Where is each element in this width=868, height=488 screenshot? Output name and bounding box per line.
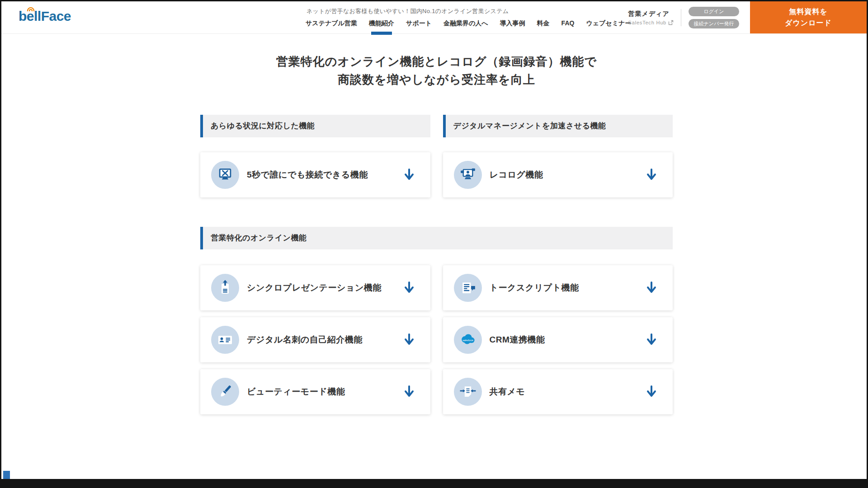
page-frame: bellFace ネットが苦手なお客様も使いやすい！国内No.1のオンライン営業… [1,1,867,479]
sales-media-title: 営業メディア [628,10,674,18]
feature-card-label: シンクロプレゼンテーション機能 [247,282,382,294]
nav-item-faq[interactable]: FAQ [561,19,575,28]
bottom-left-blue-widget[interactable] [3,471,10,479]
page-title-line2: 商談数を増やしながら受注率を向上 [338,73,535,86]
bellface-logo[interactable]: bellFace [19,9,71,24]
salesforce-icon: salesforce [459,331,477,349]
feature-card-digital-business-card[interactable]: デジタル名刺の自己紹介機能 [200,317,430,362]
feature-card-label: ビューティーモード機能 [247,386,345,398]
feature-card-crm-integration[interactable]: salesforce CRM連携機能 [443,317,673,362]
nav-item-support[interactable]: サポート [406,19,432,28]
recorded-meeting-icon [459,166,476,183]
connection-number-button[interactable]: 接続ナンバー発行 [689,19,739,28]
sales-media-link[interactable]: 営業メディア SalesTech Hub [628,10,674,25]
sales-media-subtitle: SalesTech Hub [628,20,666,25]
feature-card-shared-memo[interactable]: 共有メモ [443,369,673,414]
nav-item-features[interactable]: 機能紹介 [369,19,394,28]
login-button[interactable]: ログイン [689,7,739,16]
down-arrow-icon [646,385,656,399]
feature-card-label: CRM連携機能 [490,334,545,346]
header-right-cluster: 営業メディア SalesTech Hub ログイン 接続ナンバー発行 無料資料を… [628,1,867,33]
header-divider [681,9,681,26]
down-arrow-icon [404,281,414,295]
down-arrow-icon [646,333,656,347]
nav-item-case-studies[interactable]: 導入事例 [500,19,525,28]
main-nav: サステナブル営業 機能紹介 サポート 金融業界の人へ 導入事例 料金 FAQ ウ… [306,19,631,28]
cta-line1: 無料資料を [789,6,827,18]
feature-card-label: 共有メモ [490,386,525,398]
svg-text:salesforce: salesforce [462,339,473,342]
site-tagline: ネットが苦手なお客様も使いやすい！国内No.1のオンライン営業システム [307,7,509,15]
nav-item-finance[interactable]: 金融業界の人へ [443,19,488,28]
feature-card-talk-script[interactable]: トークスクリプト機能 [443,265,673,310]
down-arrow-icon [404,385,414,399]
page-title-line1: 営業特化のオンライン機能とレコログ（録画録音）機能で [276,55,597,68]
shared-memo-icon [459,383,476,400]
down-arrow-icon [646,281,656,295]
page-title: 営業特化のオンライン機能とレコログ（録画録音）機能で 商談数を増やしながら受注率… [200,52,673,89]
feature-card-beauty-mode[interactable]: ビューティーモード機能 [200,369,430,414]
sync-presentation-icon [217,279,234,296]
cta-line2: ダウンロード [785,18,832,29]
down-arrow-icon [404,168,414,182]
feature-card-label: レコログ機能 [490,169,543,181]
free-download-cta-button[interactable]: 無料資料を ダウンロード [750,1,867,33]
digital-business-card-icon [217,331,234,348]
main-content: 営業特化のオンライン機能とレコログ（録画録音）機能で 商談数を増やしながら受注率… [200,52,673,414]
feature-card-label: 5秒で誰にでも接続できる機能 [247,169,368,181]
section-title-universal-features: あらゆる状況に対応した機能 [200,115,430,137]
section-title-digital-management: デジタルマネージメントを加速させる機能 [443,115,673,137]
down-arrow-icon [646,168,656,182]
external-link-icon [668,20,674,25]
beauty-mode-icon [217,383,234,400]
talk-script-icon [459,279,476,296]
nav-item-webinar[interactable]: ウェブセミナー [586,19,631,28]
site-header: bellFace ネットが苦手なお客様も使いやすい！国内No.1のオンライン営業… [1,1,867,34]
feature-card-sync-presentation[interactable]: シンクロプレゼンテーション機能 [200,265,430,310]
logo-bell-arcs-icon [26,5,36,11]
section-title-sales-online-features: 営業特化のオンライン機能 [200,227,673,249]
feature-card-label: デジタル名刺の自己紹介機能 [247,334,363,346]
monitor-disconnect-icon [217,166,234,183]
nav-item-pricing[interactable]: 料金 [537,19,550,28]
down-arrow-icon [404,333,414,347]
feature-card-recolog[interactable]: レコログ機能 [443,152,673,197]
feature-card-label: トークスクリプト機能 [490,282,579,294]
nav-item-sustainable-sales[interactable]: サステナブル営業 [306,19,357,28]
feature-card-quick-connect[interactable]: 5秒で誰にでも接続できる機能 [200,152,430,197]
